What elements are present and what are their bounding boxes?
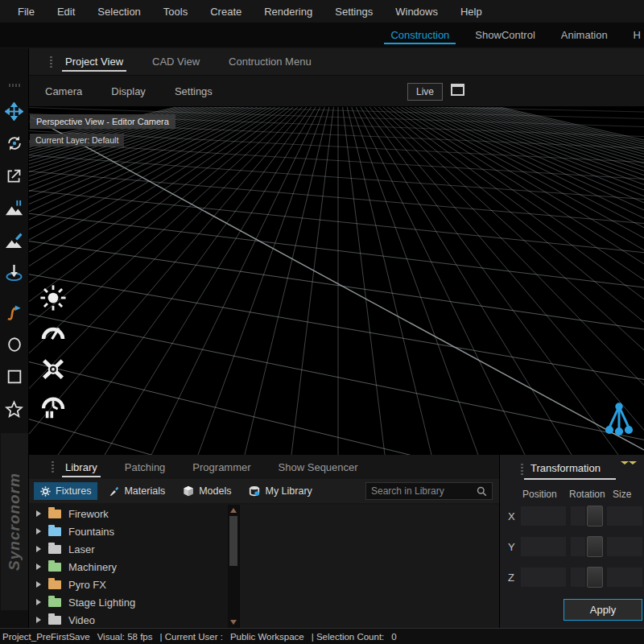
menu-item[interactable]: Settings [324,6,384,18]
scroll-down-icon[interactable] [230,620,237,625]
circle-tool-button[interactable] [4,335,25,354]
star-icon [5,400,23,419]
spline-tool-button[interactable] [4,303,25,322]
search-icon[interactable] [477,486,487,497]
expand-arrow-icon[interactable] [36,510,41,517]
library-tab-bar: LibraryPatchingProgrammerShow Sequencer [29,455,499,479]
workspace-tab[interactable]: Construction [389,23,451,47]
performance-gauge-icon[interactable] [39,320,67,347]
rectangle-tool-button[interactable] [4,367,25,386]
position-input[interactable] [521,506,566,526]
library-tree-item[interactable]: Fountains [29,522,228,540]
tree-scrollbar[interactable] [228,505,239,628]
rail-grip[interactable] [9,84,20,87]
size-input[interactable] [607,506,642,526]
terrain-paint-tool-button[interactable] [4,230,25,250]
axis-gizmo-icon[interactable] [602,400,636,437]
library-tree-item[interactable]: Machinery [29,558,228,576]
menu-bar: FileEditSelectionToolsCreateRenderingSet… [0,0,644,23]
expand-arrow-icon[interactable] [36,528,41,535]
size-input[interactable] [607,537,642,556]
menu-item[interactable]: Edit [46,6,86,18]
menu-item[interactable]: Help [449,6,493,18]
rotation-spinner-button[interactable] [587,536,603,557]
viewport-menu-item[interactable]: Camera [45,85,82,97]
materials-category-button[interactable]: Materials [102,482,171,500]
live-button[interactable]: Live [407,83,443,101]
library-tab[interactable]: Show Sequencer [277,457,360,477]
library-tree-item[interactable]: Firework [29,505,228,522]
menu-item[interactable]: Windows [384,6,449,18]
fixtures-category-button[interactable]: Fixtures [34,482,97,500]
position-input[interactable] [521,537,566,556]
models-category-button[interactable]: Models [176,482,237,500]
transform-row: X [500,503,644,534]
library-tab[interactable]: Programmer [191,457,252,477]
menu-item[interactable]: Create [199,6,253,18]
my-library-category-button[interactable]: My Library [242,482,318,500]
rotation-input[interactable] [571,537,585,556]
brush-icon [109,486,119,497]
menu-item[interactable]: Tools [152,6,199,18]
view-tab[interactable]: Project View [64,52,125,72]
workspace-tab[interactable]: H [632,23,642,47]
tree-item-label: Stage Lighting [68,597,135,609]
menu-item[interactable]: Rendering [253,6,324,18]
library-tab[interactable]: Patching [123,457,167,477]
menu-item[interactable]: File [6,6,46,18]
panel-menu-icon[interactable] [621,464,637,479]
rotation-spinner-button[interactable] [587,567,603,588]
panel-grip[interactable] [50,56,52,68]
folder-icon [48,545,61,554]
tree-item-label: Video [68,614,95,626]
move-tool-button[interactable] [4,101,25,121]
viewport-menu-item[interactable]: Settings [175,85,213,97]
rotation-input[interactable] [571,506,585,526]
workspace-tab[interactable]: ShowControl [473,23,536,47]
viewport-3d[interactable]: Perspective View - Editor Camera Current… [29,107,644,455]
library-tree-item[interactable]: Laser [29,540,228,558]
search-input[interactable] [371,485,473,497]
drop-to-ground-tool-button[interactable] [4,262,25,282]
transformation-tab[interactable]: Transformation [530,462,601,474]
category-label: Models [199,485,231,497]
panel-grip[interactable] [52,461,54,473]
library-tree-item[interactable]: Pyro FX [29,576,228,593]
scale-tool-button[interactable] [4,166,25,185]
view-tools-icon[interactable] [39,355,67,382]
position-input[interactable] [521,568,566,587]
rotation-input[interactable] [571,568,585,587]
terrain-raise-tool-button[interactable] [4,198,25,217]
expand-arrow-icon[interactable] [36,599,41,605]
menu-item[interactable]: Selection [86,6,151,18]
folder-icon [48,580,61,589]
expand-arrow-icon[interactable] [36,546,41,552]
rotation-spinner-button[interactable] [587,506,603,526]
fullscreen-icon[interactable] [451,84,464,96]
star-tool-button[interactable] [4,399,25,419]
expand-arrow-icon[interactable] [36,617,41,623]
apply-button[interactable]: Apply [564,599,642,621]
sun-lighting-icon[interactable] [39,284,67,312]
workspace-tab[interactable]: Animation [559,23,609,47]
size-input[interactable] [607,568,642,587]
scroll-up-icon[interactable] [230,508,237,513]
viewport-menu-item[interactable]: Display [111,85,146,97]
selection-count-label: | Selection Count: [312,632,385,642]
expand-arrow-icon[interactable] [36,564,41,570]
brand-logo-text: Syncronorm [6,473,23,571]
view-tab[interactable]: CAD View [151,52,201,72]
tool-rail: Syncronorm [0,48,29,628]
scrollbar-thumb[interactable] [229,516,237,566]
time-control-icon[interactable] [39,391,67,419]
library-tree-item[interactable]: Stage Lighting [29,593,228,611]
circle-icon [6,336,23,353]
rotate-tool-button[interactable] [4,134,25,153]
expand-arrow-icon[interactable] [36,581,41,588]
library-tree-item[interactable]: Video [29,611,228,628]
folder-icon [48,616,61,625]
database-icon [249,485,260,497]
view-tab[interactable]: Contruction Menu [227,52,313,72]
panel-grip[interactable] [521,464,523,475]
library-tab[interactable]: Library [64,457,99,477]
